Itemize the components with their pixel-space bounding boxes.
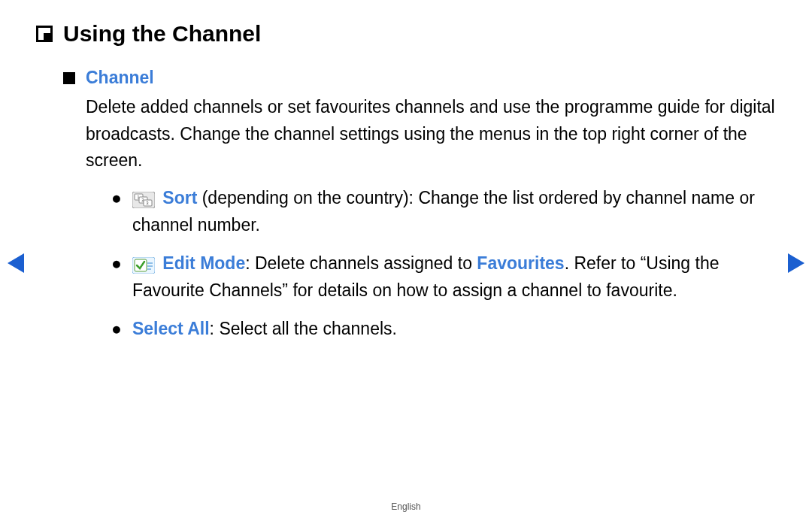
- bullet-list: ● 1 2 3 Sort (depending on the: [63, 185, 776, 343]
- svg-marker-12: [8, 253, 24, 273]
- title-row: Using the Channel: [36, 21, 776, 47]
- section-heading: Channel: [86, 68, 154, 88]
- term-selectall: Select All: [132, 319, 210, 338]
- editmode-desc-pre: : Delete channels assigned to: [245, 253, 477, 273]
- bullet-dot-icon: ●: [111, 250, 122, 304]
- section-marker-icon: [36, 26, 53, 42]
- square-bullet-icon: [63, 72, 75, 84]
- selectall-desc: : Select all the channels.: [210, 319, 397, 338]
- svg-rect-10: [147, 265, 153, 267]
- list-item: ● 1 2 3 Sort (depending on the: [111, 185, 776, 238]
- prev-page-arrow[interactable]: [8, 253, 24, 278]
- term-sort: Sort: [162, 188, 197, 207]
- page-title: Using the Channel: [63, 21, 261, 47]
- svg-rect-9: [147, 262, 153, 264]
- next-page-arrow[interactable]: [788, 253, 804, 278]
- section-body: Delete added channels or set favourites …: [63, 94, 776, 174]
- bullet-dot-icon: ●: [111, 185, 122, 238]
- term-favourites: Favourites: [477, 253, 564, 273]
- sort-icon: 1 2 3: [132, 189, 155, 206]
- svg-rect-11: [147, 268, 151, 270]
- section-heading-row: Channel: [63, 68, 776, 88]
- svg-marker-13: [788, 253, 804, 273]
- term-editmode: Edit Mode: [162, 253, 245, 273]
- term-sort-aside: (depending on the country): [197, 188, 408, 207]
- bullet-dot-icon: ●: [111, 316, 122, 343]
- list-item: ● Edit Mode: Delete channels assigned to…: [111, 250, 776, 304]
- editmode-icon: [132, 255, 155, 271]
- list-item: ● Select All: Select all the channels.: [111, 316, 776, 343]
- footer-language: English: [0, 501, 812, 512]
